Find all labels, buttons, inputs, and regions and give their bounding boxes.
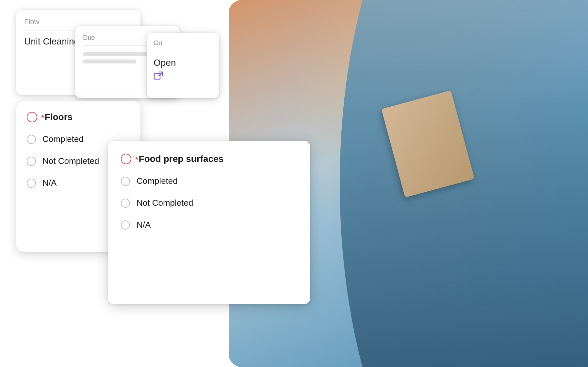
food-prep-label-na: N/A xyxy=(137,220,151,230)
go-card: Go Open xyxy=(147,33,219,98)
floors-required-circle xyxy=(27,112,37,122)
external-link-icon[interactable] xyxy=(154,71,164,81)
food-prep-radio-na[interactable] xyxy=(121,220,130,230)
food-prep-option-completed[interactable]: Completed xyxy=(121,176,297,186)
food-prep-title-wrapper: *Food prep surfaces xyxy=(135,154,223,164)
flow-card-label: Flow xyxy=(24,18,133,26)
cards-container: Flow Unit Cleaning Check Due Go Open *Fl… xyxy=(7,0,317,367)
floors-question-title: *Floors xyxy=(41,112,73,122)
floors-label-not-completed: Not Completed xyxy=(42,156,99,166)
go-divider xyxy=(154,51,212,51)
floors-radio-completed[interactable] xyxy=(27,135,36,144)
floors-label-completed: Completed xyxy=(42,134,84,144)
open-label: Open xyxy=(154,58,212,68)
floors-required-star: * xyxy=(41,114,44,122)
floors-label-na: N/A xyxy=(42,178,57,188)
food-prep-label-not-completed: Not Completed xyxy=(137,198,193,208)
floors-title-text: Floors xyxy=(45,112,73,122)
floors-radio-not-completed[interactable] xyxy=(27,157,36,166)
floors-radio-na[interactable] xyxy=(27,179,36,188)
floors-question-header: *Floors xyxy=(27,112,130,122)
food-prep-option-na[interactable]: N/A xyxy=(121,220,297,230)
food-prep-question-header: *Food prep surfaces xyxy=(121,154,297,164)
svg-rect-0 xyxy=(154,73,160,79)
due-skeleton-2 xyxy=(83,60,136,63)
food-prep-label-completed: Completed xyxy=(137,176,178,186)
food-prep-card: *Food prep surfaces Completed Not Comple… xyxy=(108,141,310,304)
food-prep-required-circle xyxy=(121,154,131,164)
food-prep-radio-completed[interactable] xyxy=(121,177,130,186)
food-prep-radio-not-completed[interactable] xyxy=(121,199,130,208)
food-prep-option-not-completed[interactable]: Not Completed xyxy=(121,198,297,208)
worker-silhouette xyxy=(327,0,588,367)
go-card-label: Go xyxy=(154,39,212,47)
food-prep-title-text: Food prep surfaces xyxy=(139,154,224,164)
food-prep-required-star: * xyxy=(135,155,138,164)
